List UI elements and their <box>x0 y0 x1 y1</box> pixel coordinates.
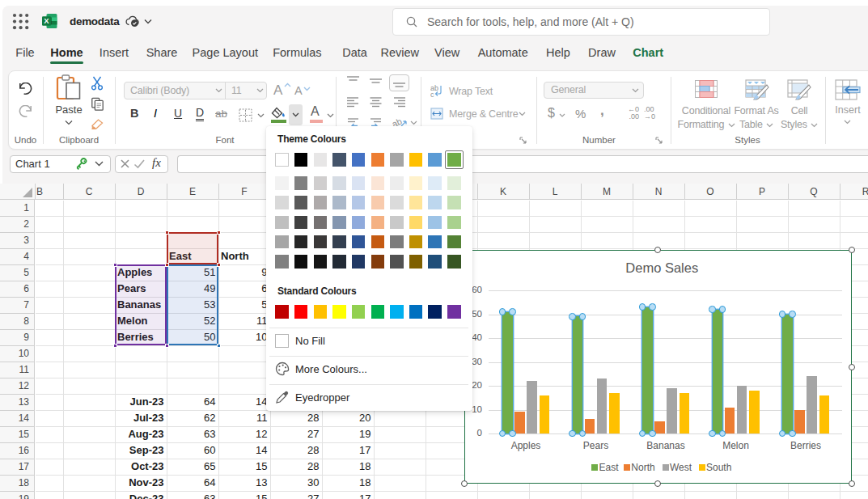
svg-text:X: X <box>44 16 49 25</box>
svg-text:c: c <box>430 91 434 98</box>
